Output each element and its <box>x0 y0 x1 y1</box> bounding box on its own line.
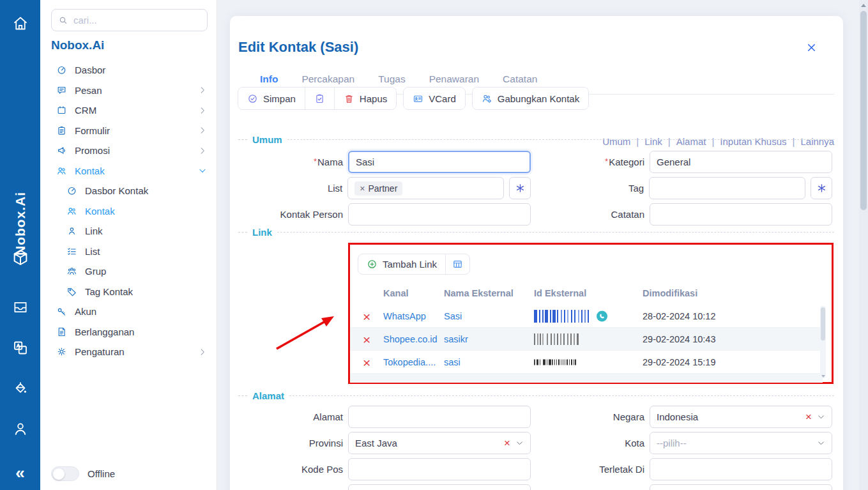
section-link-label: Link <box>252 227 272 238</box>
cube-icon[interactable] <box>11 248 30 267</box>
provinsi-select[interactable]: East Java × <box>348 432 531 454</box>
delete-button[interactable]: Hapus <box>334 88 396 109</box>
sidebar-item-dasbor[interactable]: Dasbor <box>40 60 217 80</box>
chevron-down-icon[interactable] <box>198 166 207 175</box>
table-row: × WhatsApp Sasi 28-02-2024 10:12 <box>350 305 823 328</box>
modified-date: 29-02-2024 15:19 <box>643 357 716 367</box>
save-button[interactable]: Simpan <box>238 88 305 109</box>
merge-contact-button[interactable]: Gabungkan Kontak <box>473 88 588 109</box>
sidebar-item-link[interactable]: Link <box>40 221 217 241</box>
kota-select[interactable]: --pilih-- <box>650 432 832 454</box>
clipboard-check-button[interactable] <box>305 88 334 109</box>
provinsi-value: East Java <box>355 438 397 448</box>
person-icon[interactable] <box>11 420 29 438</box>
table-grid-icon <box>452 259 463 270</box>
nama-eksternal-link[interactable]: sasikr <box>444 334 468 344</box>
sidebar-item-tag-kontak[interactable]: Tag Kontak <box>40 282 217 302</box>
kategori-input[interactable] <box>650 151 832 173</box>
sidebar-item-promosi[interactable]: Promosi <box>40 141 217 161</box>
negara-select[interactable]: Indonesia × <box>650 406 832 428</box>
chevron-right-icon[interactable] <box>198 86 207 95</box>
table-scrollbar[interactable] <box>820 306 826 378</box>
kontak-person-input[interactable] <box>348 203 531 226</box>
kode-pos-input[interactable] <box>348 458 531 480</box>
paint-icon[interactable] <box>12 381 29 397</box>
delete-row-icon[interactable]: × <box>363 332 370 346</box>
nama-input[interactable] <box>348 151 531 173</box>
scroll-up-arrow[interactable] <box>861 4 866 7</box>
list-add-button[interactable] <box>509 177 531 199</box>
section-alamat-label: Alamat <box>252 390 284 401</box>
sidebar-item-list[interactable]: List <box>40 241 217 262</box>
inbox-icon[interactable] <box>12 299 29 316</box>
chevron-down-icon[interactable] <box>515 439 524 447</box>
page-scrollbar[interactable] <box>859 0 868 490</box>
search-input[interactable]: cari... <box>51 9 208 31</box>
column-header-dimodifikasi: Dimodifikasi <box>643 288 697 298</box>
sidebar-item-kontak[interactable]: Kontak <box>40 161 217 181</box>
checklist-icon <box>66 246 77 257</box>
sidebar-menu: Dasbor Pesan CRM Formulir Promosi Kontak… <box>40 60 217 362</box>
sidebar-item-label: List <box>85 246 100 257</box>
partial-input[interactable] <box>348 484 531 490</box>
alamat-label: Alamat <box>238 411 343 422</box>
add-link-label: Tambah Link <box>383 259 437 270</box>
sidebar-item-pesan[interactable]: Pesan <box>40 80 217 101</box>
people-icon <box>66 206 77 217</box>
chevron-right-icon[interactable] <box>198 126 207 135</box>
kanal-link[interactable]: WhatsApp <box>383 311 426 321</box>
translate-icon[interactable] <box>11 339 29 356</box>
home-icon[interactable] <box>11 15 29 32</box>
offline-toggle[interactable] <box>51 466 79 481</box>
table-row: × Tokopedia.... sasi 29-02-2024 15:19 <box>350 351 823 374</box>
sidebar-item-label: Grup <box>85 266 106 277</box>
list-chip: × Partner <box>354 181 402 195</box>
form-row-catatan: Catatan <box>531 203 832 226</box>
table-view-button[interactable] <box>445 254 469 274</box>
add-link-button[interactable]: Tambah Link <box>358 254 445 274</box>
sidebar-item-pengaturan[interactable]: Pengaturan <box>40 342 217 362</box>
chevron-right-icon[interactable] <box>198 146 207 155</box>
chip-remove-icon[interactable]: × <box>360 183 365 194</box>
vcard-button[interactable]: VCard <box>404 88 465 109</box>
sidebar-item-berlangganan[interactable]: Berlangganan <box>40 322 217 342</box>
chevron-right-icon[interactable] <box>198 106 207 115</box>
form-row-kode-pos: Kode Pos <box>238 458 531 480</box>
list-multiselect[interactable]: × Partner <box>347 177 504 199</box>
tag-add-button[interactable] <box>811 177 832 199</box>
nama-eksternal-link[interactable]: Sasi <box>444 311 462 321</box>
chevron-down-icon[interactable] <box>817 413 825 421</box>
nama-eksternal-link[interactable]: sasi <box>444 357 461 367</box>
delete-row-icon[interactable]: × <box>363 355 370 369</box>
sidebar-item-formulir[interactable]: Formulir <box>40 121 217 141</box>
chevron-down-icon[interactable] <box>817 439 825 447</box>
sidebar-item-grup[interactable]: Grup <box>40 261 217 282</box>
sidebar-brand[interactable]: Nobox.Ai <box>51 38 104 52</box>
sidebar-item-akun[interactable]: Akun <box>40 302 217 322</box>
scroll-down-arrow[interactable] <box>821 375 825 378</box>
kanal-link[interactable]: Tokopedia.... <box>383 357 436 367</box>
table-scrollbar-thumb[interactable] <box>821 307 825 341</box>
form-row-provinsi: Provinsi East Java × <box>238 432 531 454</box>
collapse-icon[interactable]: « <box>15 464 24 481</box>
sidebar-item-dasbor-kontak[interactable]: Dasbor Kontak <box>40 181 217 201</box>
partial-input[interactable] <box>650 484 832 490</box>
chevron-right-icon[interactable] <box>198 348 207 356</box>
cal-icon <box>56 105 67 116</box>
page-scrollbar-thumb[interactable] <box>860 11 867 210</box>
form-row-kota: Kota --pilih-- <box>531 432 832 454</box>
modified-date: 29-02-2024 10:43 <box>643 334 716 344</box>
catatan-input[interactable] <box>650 203 832 226</box>
clear-icon[interactable]: × <box>504 438 510 448</box>
kanal-link[interactable]: Shopee.co.id <box>383 334 438 344</box>
tag-input[interactable] <box>649 177 805 199</box>
sidebar-item-kontak[interactable]: Kontak <box>40 201 217 222</box>
sidebar-item-crm[interactable]: CRM <box>40 100 217 121</box>
delete-row-icon[interactable]: × <box>363 309 370 323</box>
clear-icon[interactable]: × <box>805 411 812 422</box>
add-link-button-group: Tambah Link <box>358 254 470 275</box>
terletak-di-input[interactable] <box>650 458 832 480</box>
alamat-input[interactable] <box>348 406 531 428</box>
form-row-terletak-di: Terletak Di <box>531 458 832 480</box>
close-icon[interactable] <box>805 42 818 54</box>
